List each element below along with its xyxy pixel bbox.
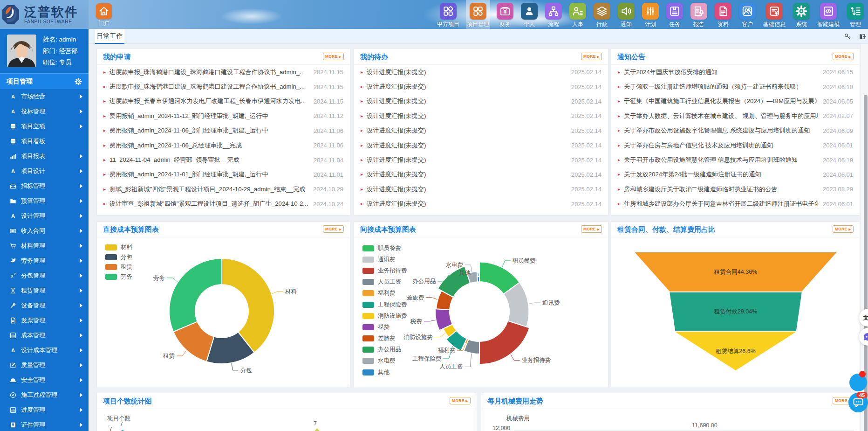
avatar[interactable] (7, 35, 36, 67)
sidebar-item-设备管理[interactable]: 设备管理 (0, 298, 89, 313)
request-row[interactable]: ▸11_2024-11-04_admin_经营部_领导审批__完成2024.11… (97, 153, 350, 167)
direct-cost-donut-chart[interactable]: 材料分包劳务租赁 (97, 237, 350, 387)
nav-item-基础信息[interactable]: 基础信息 (762, 0, 786, 29)
todo-row[interactable]: ▸设计进度汇报(未提交)2025.02.14 (354, 153, 608, 167)
sidebar-item-质量管理[interactable]: 质量管理 (0, 358, 89, 373)
nav-item-系统[interactable]: 系统 (792, 0, 811, 29)
more-button[interactable]: MORE ▶ (833, 53, 854, 60)
more-button[interactable]: MORE ▶ (323, 53, 344, 60)
sidebar-item-市场经营[interactable]: A市场经营 (0, 89, 89, 104)
panel-notices: 通知公告 MORE ▶ ▸关于2024年国庆节放假安排的通知2024.06.15… (611, 49, 860, 216)
notice-row[interactable]: ▸房和城乡建设厅关于取消二级建造师临时执业证书的公告2023.08.29 (611, 182, 860, 196)
todo-row[interactable]: ▸设计进度汇报(未提交)2025.02.14 (354, 124, 608, 138)
nav-item-财务[interactable]: 财务 (496, 0, 514, 29)
sidebar-item-收入合同[interactable]: 收入合同 (0, 223, 89, 238)
todo-row[interactable]: ▸设计进度汇报(未提交)2025.02.14 (354, 109, 608, 123)
notice-row[interactable]: ▸关于举办大数据、云计算技术在城市建设、 规划、管理与服务中的应用培训班...2… (611, 109, 860, 123)
todo-row[interactable]: ▸设计进度汇报(未提交)2025.02.14 (354, 182, 608, 196)
more-button[interactable]: MORE ▶ (581, 225, 602, 233)
item-text: 费用报销_admin_2024-11-06_部门经理审批_胡建,_运行中 (109, 126, 309, 135)
nav-item-个人[interactable]: 个人 (520, 0, 539, 29)
sidebar-item-进度管理[interactable]: 进度管理 (0, 403, 89, 417)
notice-row[interactable]: ▸于征集《中国建筑施工行业信息化发展报告（2024）—BIM应用与发展》材料..… (611, 94, 860, 109)
nav-item-流程[interactable]: 流程 (544, 0, 563, 29)
todo-row[interactable]: ▸设计进度汇报(未提交)2025.02.14 (354, 94, 608, 109)
sidebar-item-招标管理[interactable]: 招标管理 (0, 179, 89, 194)
request-row[interactable]: ▸费用报销_admin_2024-11-06_总经理审批__完成2024.11.… (97, 138, 350, 153)
sidebar-item-成本管理[interactable]: 成本管理 (0, 328, 89, 343)
nav-item-行政[interactable]: 行政 (593, 0, 611, 29)
todo-row[interactable]: ▸设计进度汇报(未提交)2025.02.14 (354, 197, 608, 211)
nav-item-甲方项目[interactable]: 甲方项目 (436, 0, 460, 29)
nav-item-人事[interactable]: 人事 (568, 0, 587, 29)
nav-item-计划[interactable]: 计划 (641, 0, 660, 29)
sidebar-item-分包管理[interactable]: x2分包管理 (0, 268, 89, 283)
nav-item-客户[interactable]: 客户 (738, 0, 757, 29)
nav-label: 行政 (596, 21, 608, 28)
sidebar-item-label: 项目设计 (21, 167, 45, 175)
panel-title: 直接成本预算图表 (103, 225, 159, 234)
todo-row[interactable]: ▸设计进度汇报(未提交)2025.02.14 (354, 138, 608, 153)
nav-item-报告[interactable]: 报告 (690, 0, 708, 29)
nav-item-资料[interactable]: 资料 (714, 0, 732, 29)
sidebar-item-劳务管理[interactable]: 劳务管理 (0, 253, 89, 268)
nav-item-任务[interactable]: 任务 (665, 0, 684, 29)
notice-row[interactable]: ▸关于召开市政公用设施智慧化管理 信息技术与应用培训班的通知2024.06.19 (611, 153, 860, 167)
more-button[interactable]: MORE ▶ (450, 397, 471, 404)
nav-item-管理[interactable]: 管理 (846, 0, 865, 29)
request-row[interactable]: ▸进度款申报_长春市伊通河水力发电厂改建工程_长春市伊通河水力发电...2024… (97, 94, 350, 109)
notice-row[interactable]: ▸关于领取一级注册建造师增项贴的通知（须持一建证书前来领取）2024.06.10 (611, 79, 860, 94)
pie-segment-劳务[interactable] (169, 258, 222, 332)
notice-row[interactable]: ▸关于2024年国庆节放假安排的通知2024.06.15 (611, 65, 860, 79)
sidebar-item-设计成本管理[interactable]: A设计成本管理 (0, 343, 89, 358)
more-button[interactable]: MORE ▶ (833, 225, 854, 233)
item-date: 2025.02.14 (571, 127, 601, 134)
request-row[interactable]: ▸进度款申报_珠海鹤港口建设_珠海鹤港口建设工程合作协议书_admin_...2… (97, 65, 350, 79)
indirect-cost-rose-chart[interactable]: 职员餐费通讯费业务招待费水电费其他办公用品差旅费税费消防设施费福利费工程保险费人… (354, 237, 608, 387)
notice-row[interactable]: ▸关于发放2024年第24批一级建造师注册证书的通知2024.06.01 (611, 167, 860, 182)
sidebar-item-投标管理[interactable]: A投标管理 (0, 104, 89, 119)
sidebar-item-设计管理[interactable]: A设计管理 (0, 209, 89, 223)
nav-item-智能建模[interactable]: 智能建模 (816, 0, 841, 29)
bullet-icon: ▸ (361, 99, 363, 104)
nav-item-portal[interactable]: 门户 (93, 3, 115, 28)
todo-row[interactable]: ▸设计进度汇报(未提交)2025.02.14 (354, 79, 608, 94)
sidebar-item-项目立项[interactable]: 项目立项 (0, 119, 89, 134)
sidebar-item-发票管理[interactable]: 发票管理 (0, 313, 89, 328)
nav-item-项目管理[interactable]: 项目管理 (466, 0, 490, 29)
gear-icon[interactable] (75, 78, 82, 85)
lease-funnel-chart[interactable]: 租赁合同44.36%租赁付款29.04%租赁结算26.6% (611, 237, 860, 387)
request-row[interactable]: ▸进度款申报_珠海鹤港口建设_珠海鹤港口建设工程合作协议书_admin_...2… (97, 79, 350, 94)
sidebar-section-header[interactable]: 项目管理 (0, 74, 89, 89)
sidebar-item-项目看板[interactable]: 项目看板 (0, 134, 89, 149)
todo-row[interactable]: ▸设计进度汇报(未提交)2025.02.14 (354, 167, 608, 182)
sidebar-item-材料管理[interactable]: 材料管理 (0, 238, 89, 253)
tab-daily-work[interactable]: 日常工作 (95, 29, 124, 44)
request-row[interactable]: ▸测试_彭祖新城"四馆"景观工程设计项目_2024-10-29_admin_结束… (97, 182, 350, 196)
pie-segment-其他[interactable] (477, 277, 479, 282)
notice-row[interactable]: ▸关于举办市政公用设施数字化管理信息 系统建设与应用培训班的通知2024.06.… (611, 124, 860, 138)
sidebar-item-预算管理[interactable]: 预算管理 (0, 194, 89, 209)
key-icon[interactable] (844, 33, 851, 40)
sidebar-item-项目报表[interactable]: 项目报表 (0, 149, 89, 164)
notice-row[interactable]: ▸关于举办住房与房地产信息化 技术及应用培训班的通知2024.06.01 (611, 138, 860, 153)
sidebar-item-证件管理[interactable]: 证件管理 (0, 417, 89, 431)
logout-icon[interactable] (858, 33, 866, 40)
notice-row[interactable]: ▸住房和城乡建设部办公厅关于同意吉林省开展二级建造师注册证书电子化试点...20… (611, 197, 860, 211)
request-row[interactable]: ▸设计审查_彭祖新城"四馆"景观工程设计项目_请选择_胡广生_2024-10-2… (97, 197, 350, 211)
more-button[interactable]: MORE ▶ (581, 53, 602, 60)
grid-icon (470, 3, 486, 20)
request-row[interactable]: ▸费用报销_admin_2024-11-12_部门经理审批_胡建,_运行中202… (97, 109, 350, 123)
sidebar-item-租赁管理[interactable]: 租赁管理 (0, 283, 89, 298)
sidebar-item-安全管理[interactable]: 安全管理 (0, 373, 89, 388)
nav-item-通知[interactable]: 通知 (617, 0, 636, 29)
sidebar-item-施工过程管理[interactable]: 施工过程管理 (0, 388, 89, 403)
request-row[interactable]: ▸费用报销_admin_2024-11-01_部门经理审批_胡建,_运行中202… (97, 167, 350, 182)
item-date: 2025.02.14 (571, 157, 601, 164)
more-button[interactable]: MORE ▶ (323, 225, 344, 233)
data-point-diamond[interactable] (314, 428, 320, 431)
panel-indirect-cost-chart: 间接成本预算图表 MORE ▶ 职员餐费通讯费业务招待费人员工资福利费工程保险费… (354, 221, 608, 387)
todo-row[interactable]: ▸设计进度汇报(未提交)2025.02.14 (354, 65, 608, 79)
sidebar-item-项目设计[interactable]: A项目设计 (0, 164, 89, 179)
request-row[interactable]: ▸费用报销_admin_2024-11-06_部门经理审批_胡建,_运行中202… (97, 124, 350, 138)
